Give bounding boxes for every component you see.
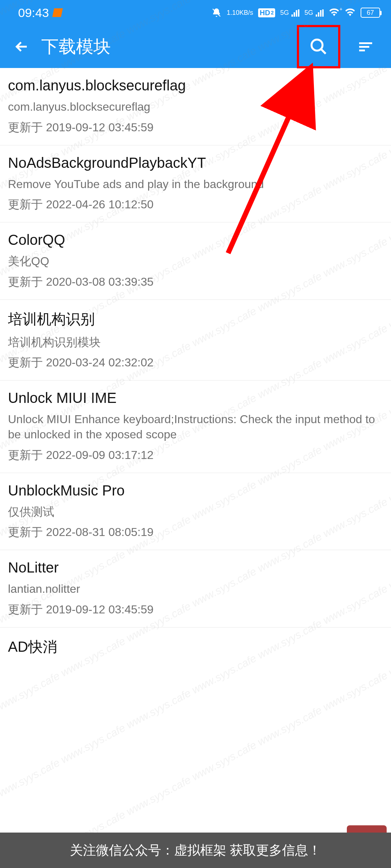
back-button[interactable] bbox=[7, 38, 36, 55]
list-item[interactable]: NoLitter lantian.nolitter 更新于 2019-09-12… bbox=[0, 550, 391, 627]
item-updated: 更新于 2022-09-09 03:17:12 bbox=[8, 447, 383, 463]
item-title: com.lanyus.blocksecureflag bbox=[8, 77, 383, 94]
battery-indicator: 67 bbox=[361, 8, 380, 18]
app-bar: 下载模块 bbox=[0, 25, 391, 68]
banner-text: 关注微信公众号：虚拟框架 获取更多信息！ bbox=[70, 842, 321, 859]
item-title: AD快消 bbox=[8, 637, 383, 657]
sort-button[interactable] bbox=[348, 29, 384, 65]
item-updated: 更新于 2019-09-12 03:45:59 bbox=[8, 120, 383, 136]
list-item[interactable]: ColorQQ 美化QQ 更新于 2020-03-08 03:39:35 bbox=[0, 222, 391, 300]
list-item[interactable]: AD快消 bbox=[0, 627, 391, 658]
item-desc: 仅供测试 bbox=[8, 505, 383, 520]
wifi-plus-icon bbox=[329, 8, 340, 17]
list-item[interactable]: NoAdsBackgroundPlaybackYT Remove YouTube… bbox=[0, 145, 391, 223]
item-updated: 更新于 2020-03-08 03:39:35 bbox=[8, 274, 383, 290]
status-left: 09:43 bbox=[18, 6, 62, 20]
item-desc: 美化QQ bbox=[8, 254, 383, 269]
item-desc: 培训机构识别模块 bbox=[8, 335, 383, 350]
sim1-signal-icon: 5G bbox=[280, 9, 299, 17]
list-item[interactable]: 培训机构识别 培训机构识别模块 更新于 2020-03-24 02:32:02 bbox=[0, 300, 391, 381]
status-right: 1.10 KB/s HD 2 5G 5G 67 bbox=[211, 8, 380, 18]
item-title: 培训机构识别 bbox=[8, 309, 383, 329]
item-updated: 更新于 2022-08-31 08:05:19 bbox=[8, 524, 383, 540]
item-title: UnblockMusic Pro bbox=[8, 482, 383, 499]
item-updated: 更新于 2020-03-24 02:32:02 bbox=[8, 355, 383, 371]
miui-flag-icon bbox=[52, 8, 63, 17]
notification-mute-icon bbox=[211, 8, 222, 18]
page-title: 下载模块 bbox=[36, 35, 297, 58]
item-title: ColorQQ bbox=[8, 232, 383, 248]
wifi-icon bbox=[345, 8, 356, 17]
item-desc: lantian.nolitter bbox=[8, 582, 383, 597]
search-icon bbox=[309, 37, 328, 56]
item-updated: 更新于 2022-04-26 10:12:50 bbox=[8, 197, 383, 213]
list-item[interactable]: Unlock MIUI IME Unlock MIUI Enhance keyb… bbox=[0, 380, 391, 473]
clock-text: 09:43 bbox=[18, 6, 49, 20]
item-desc: Unlock MIUI Enhance keyboard;Instruction… bbox=[8, 412, 383, 442]
module-list: com.lanyus.blocksecureflag com.lanyus.bl… bbox=[0, 68, 391, 658]
item-title: Unlock MIUI IME bbox=[8, 390, 383, 406]
network-speed-indicator: 1.10 KB/s bbox=[227, 10, 253, 16]
sim2-signal-icon: 5G bbox=[304, 9, 324, 17]
svg-point-1 bbox=[312, 40, 323, 51]
item-title: NoAdsBackgroundPlaybackYT bbox=[8, 155, 383, 171]
search-button[interactable] bbox=[297, 25, 340, 68]
list-item[interactable]: com.lanyus.blocksecureflag com.lanyus.bl… bbox=[0, 68, 391, 145]
item-title: NoLitter bbox=[8, 559, 383, 576]
hd-voice-icon: HD 2 bbox=[258, 8, 275, 17]
item-desc: Remove YouTube ads and play in the backg… bbox=[8, 177, 383, 192]
bottom-banner[interactable]: 关注微信公众号：虚拟框架 获取更多信息！ bbox=[0, 833, 391, 868]
sort-icon bbox=[357, 38, 374, 55]
item-desc: com.lanyus.blocksecureflag bbox=[8, 99, 383, 115]
item-updated: 更新于 2019-09-12 03:45:59 bbox=[8, 602, 383, 618]
status-bar: 09:43 1.10 KB/s HD 2 5G 5G 67 bbox=[0, 0, 391, 25]
list-item[interactable]: UnblockMusic Pro 仅供测试 更新于 2022-08-31 08:… bbox=[0, 473, 391, 550]
arrow-left-icon bbox=[13, 38, 30, 55]
